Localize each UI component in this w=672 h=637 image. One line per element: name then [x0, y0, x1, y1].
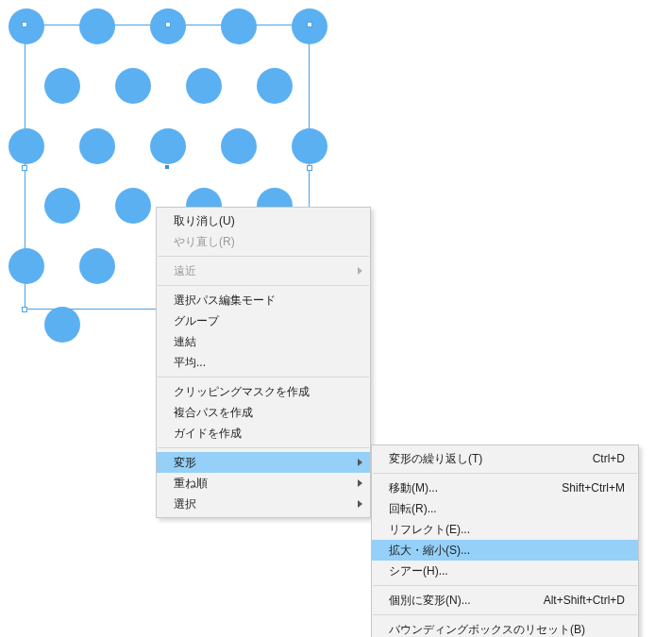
pattern-dot — [44, 307, 80, 343]
chevron-right-icon — [358, 267, 362, 275]
menu-item-label: 変形 — [174, 456, 196, 469]
transform-submenu[interactable]: 変形の繰り返し(T)Ctrl+D移動(M)...Shift+Ctrl+M回転(R… — [371, 444, 639, 637]
menu-item-perspective: 遠近 — [157, 260, 370, 281]
menu-item-select[interactable]: 選択 — [157, 494, 370, 514]
menu-item-make-compound-path[interactable]: 複合パスを作成 — [157, 402, 370, 423]
chevron-right-icon — [358, 500, 362, 508]
menu-item-transform-each[interactable]: 個別に変形(N)...Alt+Shift+Ctrl+D — [372, 590, 638, 611]
pattern-dot — [8, 248, 44, 284]
handle-nw[interactable] — [22, 22, 27, 27]
menu-item-group[interactable]: グループ — [157, 310, 370, 331]
pattern-dot — [221, 8, 257, 44]
menu-item-label: 平均... — [174, 356, 206, 369]
pattern-dot — [8, 128, 44, 164]
menu-separator — [158, 447, 369, 448]
menu-item-move[interactable]: 移動(M)...Shift+Ctrl+M — [372, 478, 638, 498]
menu-item-redo: やり直し(R) — [157, 231, 370, 252]
menu-item-label: 連結 — [174, 335, 196, 348]
handle-w[interactable] — [22, 165, 27, 171]
menu-item-join[interactable]: 連結 — [157, 331, 370, 352]
chevron-right-icon — [358, 479, 362, 487]
pattern-dot — [44, 68, 80, 104]
menu-item-make-clipping-mask[interactable]: クリッピングマスクを作成 — [157, 381, 370, 402]
pattern-dot — [186, 68, 222, 104]
menu-item-label: ガイドを作成 — [174, 427, 242, 440]
context-menu[interactable]: 取り消し(U)やり直し(R)遠近選択パス編集モードグループ連結平均...クリッピ… — [156, 207, 371, 518]
pattern-dot — [292, 128, 328, 164]
menu-item-label: クリッピングマスクを作成 — [174, 385, 310, 398]
pattern-dot — [150, 128, 186, 164]
menu-item-label: 遠近 — [174, 264, 196, 277]
menu-item-scale[interactable]: 拡大・縮小(S)... — [372, 540, 638, 561]
menu-item-label: 変形の繰り返し(T) — [389, 452, 482, 465]
menu-separator — [373, 614, 637, 615]
selection-center-mark — [165, 165, 169, 169]
pattern-dot — [115, 188, 151, 224]
menu-item-label: バウンディングボックスのリセット(B) — [389, 623, 585, 636]
menu-item-label: シアー(H)... — [389, 564, 448, 578]
menu-item-label: 選択 — [174, 497, 196, 511]
menu-item-shortcut: Alt+Shift+Ctrl+D — [544, 590, 625, 611]
pattern-dot — [221, 128, 257, 164]
menu-item-transform-again[interactable]: 変形の繰り返し(T)Ctrl+D — [372, 448, 638, 469]
menu-separator — [373, 473, 637, 474]
handle-n[interactable] — [165, 22, 171, 27]
pattern-dot — [79, 8, 115, 44]
pattern-dot — [79, 248, 115, 284]
pattern-dot — [79, 128, 115, 164]
menu-item-label: 回転(R)... — [389, 502, 437, 515]
menu-item-isolate-selected-path[interactable]: 選択パス編集モード — [157, 290, 370, 310]
menu-item-label: やり直し(R) — [174, 235, 235, 248]
menu-item-label: 重ね順 — [174, 477, 208, 490]
menu-item-make-guides[interactable]: ガイドを作成 — [157, 423, 370, 444]
menu-item-label: グループ — [174, 314, 219, 327]
menu-item-transform[interactable]: 変形 — [157, 452, 370, 473]
menu-item-label: リフレクト(E)... — [389, 523, 470, 536]
menu-item-rotate[interactable]: 回転(R)... — [372, 498, 638, 519]
chevron-right-icon — [358, 459, 362, 466]
pattern-dot — [115, 68, 151, 104]
menu-item-arrange[interactable]: 重ね順 — [157, 473, 370, 494]
menu-separator — [373, 585, 637, 586]
menu-item-label: 取り消し(U) — [174, 214, 235, 227]
handle-e[interactable] — [307, 165, 312, 171]
menu-item-label: 移動(M)... — [389, 481, 438, 495]
menu-item-shortcut: Ctrl+D — [593, 448, 625, 469]
menu-item-shortcut: Shift+Ctrl+M — [562, 478, 625, 498]
menu-item-undo[interactable]: 取り消し(U) — [157, 210, 370, 231]
menu-item-shear[interactable]: シアー(H)... — [372, 561, 638, 581]
pattern-dot — [44, 188, 80, 224]
menu-item-reflect[interactable]: リフレクト(E)... — [372, 519, 638, 540]
menu-separator — [158, 256, 369, 257]
handle-ne[interactable] — [307, 22, 312, 27]
menu-separator — [158, 377, 369, 377]
handle-sw[interactable] — [22, 307, 27, 312]
menu-item-label: 複合パスを作成 — [174, 406, 253, 419]
menu-item-label: 個別に変形(N)... — [389, 594, 471, 607]
menu-separator — [158, 285, 369, 286]
menu-item-average[interactable]: 平均... — [157, 352, 370, 373]
menu-item-label: 拡大・縮小(S)... — [389, 544, 470, 557]
pattern-dot — [257, 68, 293, 104]
menu-item-reset-bounding-box[interactable]: バウンディングボックスのリセット(B) — [372, 619, 638, 637]
menu-item-label: 選択パス編集モード — [174, 293, 276, 307]
